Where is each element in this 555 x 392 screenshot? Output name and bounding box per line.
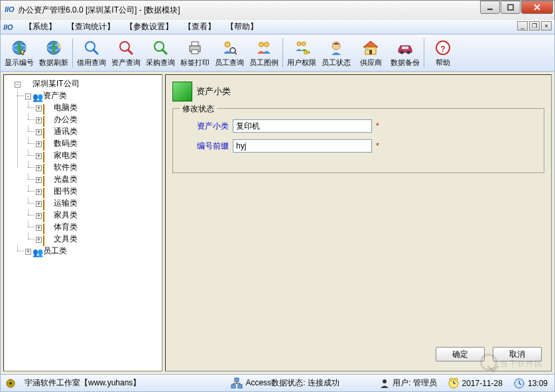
svg-point-24 bbox=[302, 42, 306, 46]
menu-param-settings[interactable]: 【参数设置】 bbox=[120, 20, 178, 34]
expander-icon[interactable]: + bbox=[25, 249, 31, 255]
box-icon bbox=[43, 127, 52, 137]
network-icon bbox=[231, 377, 243, 389]
box-icon bbox=[43, 151, 52, 161]
magnifier-red-icon bbox=[117, 38, 135, 57]
input-code-prefix[interactable] bbox=[233, 139, 372, 153]
tree-item[interactable]: +通讯类 bbox=[25, 125, 162, 137]
work-area: -深圳某IT公司-👥资产类+电脑类+办公类+通讯类+数码类+家电类+软件类+光盘… bbox=[0, 72, 555, 375]
toolbar-magnifier-blue[interactable]: 借用查询 bbox=[74, 36, 109, 70]
users-key-icon bbox=[292, 38, 311, 57]
input-asset-subclass[interactable] bbox=[233, 119, 372, 133]
people-icon: 👥 bbox=[32, 247, 42, 256]
svg-point-46 bbox=[383, 379, 387, 383]
tree-asset-group[interactable]: -👥资产类+电脑类+办公类+通讯类+数码类+家电类+软件类+光盘类+图书类+运输… bbox=[15, 90, 162, 245]
svg-text:?: ? bbox=[440, 44, 445, 54]
toolbar-help[interactable]: ?帮助 bbox=[426, 36, 460, 70]
tree-item[interactable]: +数码类 bbox=[25, 137, 162, 149]
user-icon bbox=[379, 378, 390, 389]
ok-button[interactable]: 确定 bbox=[436, 347, 485, 361]
toolbar-magnifier-green[interactable]: 采购查询 bbox=[143, 36, 178, 70]
tree-item[interactable]: +家电类 bbox=[25, 149, 162, 161]
expander-icon[interactable]: + bbox=[36, 237, 42, 243]
toolbar-label: 采购查询 bbox=[146, 58, 175, 68]
toolbar-person-head[interactable]: 员工状态 bbox=[319, 36, 353, 70]
svg-point-38 bbox=[9, 382, 12, 385]
toolbar-magnifier-red[interactable]: 资产查询 bbox=[109, 36, 143, 70]
box-icon bbox=[43, 175, 52, 184]
tree-root[interactable]: -深圳某IT公司-👥资产类+电脑类+办公类+通讯类+数码类+家电类+软件类+光盘… bbox=[4, 78, 162, 257]
toolbar-people[interactable]: 员工图例 bbox=[247, 36, 281, 70]
toolbar-person-search[interactable]: 员工查询 bbox=[212, 36, 247, 70]
tree-pane[interactable]: -深圳某IT公司-👥资产类+电脑类+办公类+通讯类+数码类+家电类+软件类+光盘… bbox=[3, 74, 162, 371]
toolbar-globe-cursor[interactable]: 显示编号 bbox=[2, 36, 36, 70]
close-button[interactable] bbox=[521, 1, 553, 14]
tree-item[interactable]: +光盘类 bbox=[25, 173, 162, 185]
tree-item[interactable]: +运输类 bbox=[25, 197, 162, 209]
toolbar-car[interactable]: 数据备份 bbox=[388, 36, 422, 70]
toolbar-globe-refresh[interactable]: 数据刷新 bbox=[36, 36, 71, 70]
tree-item[interactable]: +软件类 bbox=[25, 161, 162, 173]
box-icon bbox=[43, 199, 52, 208]
mdi-close-button[interactable]: × bbox=[541, 21, 552, 31]
toolbar-label: 数据备份 bbox=[391, 58, 420, 68]
maximize-button[interactable] bbox=[501, 1, 521, 14]
expander-icon[interactable]: + bbox=[36, 201, 42, 207]
status-time: 13:09 bbox=[528, 379, 548, 388]
tree-item[interactable]: +办公类 bbox=[25, 113, 162, 125]
status-date-cell: 2017-11-28 bbox=[445, 377, 505, 389]
svg-point-21 bbox=[259, 42, 264, 46]
toolbar-label: 员工图例 bbox=[249, 58, 278, 68]
toolbar-label: 员工状态 bbox=[322, 58, 351, 68]
menu-system[interactable]: 【系统】 bbox=[19, 20, 62, 34]
tree-item[interactable]: +体育类 bbox=[25, 221, 162, 233]
car-icon bbox=[396, 38, 414, 57]
expander-icon[interactable]: + bbox=[36, 153, 42, 159]
svg-line-10 bbox=[93, 50, 97, 54]
expander-icon[interactable]: + bbox=[36, 213, 42, 219]
minimize-button[interactable] bbox=[480, 1, 500, 14]
box-icon bbox=[43, 187, 52, 196]
window-titlebar: IIO 办公资产管理6.0.0 [深圳某IT公司] - [数据模块] bbox=[0, 0, 555, 20]
expander-icon[interactable]: + bbox=[36, 165, 42, 171]
expander-icon[interactable]: - bbox=[15, 82, 21, 88]
menu-view[interactable]: 【查看】 bbox=[178, 20, 221, 34]
expander-icon[interactable]: + bbox=[36, 117, 42, 123]
expander-icon[interactable]: + bbox=[36, 189, 42, 195]
expander-icon[interactable]: + bbox=[36, 129, 42, 135]
required-marker: * bbox=[376, 141, 379, 151]
tree-item[interactable]: +电脑类 bbox=[25, 101, 162, 113]
toolbar-label: 供应商 bbox=[360, 58, 382, 68]
mdi-restore-button[interactable]: ❐ bbox=[529, 21, 540, 31]
cancel-button[interactable]: 取消 bbox=[493, 347, 542, 361]
svg-rect-41 bbox=[238, 385, 242, 388]
menu-help[interactable]: 【帮助】 bbox=[221, 20, 263, 34]
mdi-minimize-button[interactable]: _ bbox=[517, 21, 528, 31]
toolbar-house[interactable]: 供应商 bbox=[353, 36, 388, 70]
toolbar-users-key[interactable]: 用户权限 bbox=[284, 36, 319, 70]
svg-point-48 bbox=[450, 378, 452, 381]
toolbar-label: 用户权限 bbox=[287, 58, 316, 68]
tree-item[interactable]: +图书类 bbox=[25, 185, 162, 197]
printer-icon bbox=[186, 38, 204, 57]
expander-icon[interactable]: + bbox=[36, 225, 42, 231]
tree-employee-group[interactable]: +👥员工类 bbox=[15, 245, 162, 257]
svg-point-49 bbox=[455, 378, 458, 381]
tree-item[interactable]: +文具类 bbox=[25, 233, 162, 245]
expander-icon[interactable]: + bbox=[36, 141, 42, 147]
menu-query-stats[interactable]: 【查询统计】 bbox=[62, 20, 120, 34]
toolbar-label: 显示编号 bbox=[5, 58, 34, 68]
edit-fieldset: 修改状态 资产小类 * 编号前缀 * bbox=[172, 108, 544, 173]
svg-point-32 bbox=[401, 50, 404, 54]
tree-item[interactable]: +家具类 bbox=[25, 209, 162, 221]
expander-icon[interactable]: - bbox=[25, 94, 31, 99]
box-icon bbox=[43, 235, 52, 244]
expander-icon[interactable]: + bbox=[36, 177, 42, 183]
box-icon bbox=[43, 139, 52, 149]
toolbar-separator bbox=[282, 38, 283, 68]
expander-icon[interactable]: + bbox=[36, 105, 42, 111]
label-asset-subclass: 资产小类 bbox=[181, 121, 229, 132]
box-icon bbox=[43, 103, 52, 113]
toolbar-printer[interactable]: 标签打印 bbox=[178, 36, 212, 70]
svg-line-12 bbox=[128, 50, 132, 54]
